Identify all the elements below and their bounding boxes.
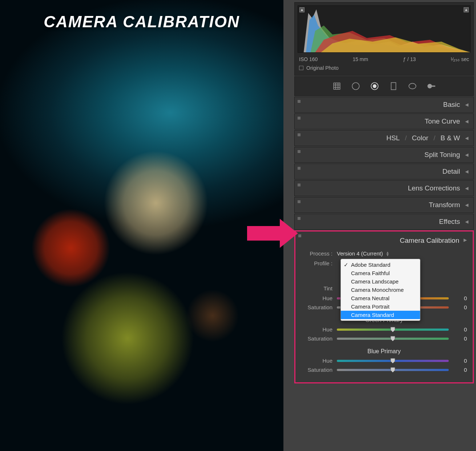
- slider-row: Saturation0: [301, 335, 467, 342]
- original-photo-label: Original Photo: [306, 65, 339, 71]
- slider-value[interactable]: 0: [449, 295, 467, 301]
- triangle-left-icon: ◀: [465, 169, 468, 174]
- profile-option[interactable]: Camera Faithful: [341, 269, 420, 277]
- triangle-left-icon: ◀: [465, 102, 468, 107]
- spot-removal-icon[interactable]: [350, 80, 362, 92]
- panel-detail[interactable]: Detail◀: [294, 164, 474, 180]
- triangle-left-icon: ◀: [465, 152, 468, 157]
- svg-point-10: [428, 84, 432, 88]
- shadow-clip-indicator[interactable]: [299, 7, 304, 12]
- panel-camera-calibration: Camera Calibration ◀ Process : Version 4…: [294, 230, 474, 383]
- panel-split-toning[interactable]: Split Toning◀: [294, 147, 474, 163]
- slider-label: Hue: [301, 326, 337, 333]
- slider-label: Saturation: [301, 367, 337, 373]
- panel-effects[interactable]: Effects◀: [294, 214, 474, 230]
- histogram[interactable]: [298, 5, 471, 53]
- process-row[interactable]: Process : Version 4 (Current)▲▼: [301, 250, 467, 257]
- process-value: Version 4 (Current): [337, 250, 383, 257]
- slider-track[interactable]: [337, 360, 449, 362]
- panel-switch[interactable]: [298, 234, 301, 237]
- triangle-left-icon: ◀: [465, 202, 468, 208]
- triangle-left-icon: ◀: [465, 219, 468, 224]
- exif-aperture: ƒ / 13: [403, 56, 416, 62]
- crop-tool-icon[interactable]: [331, 80, 343, 92]
- svg-point-5: [352, 82, 359, 90]
- slider-row: Hue0: [301, 326, 467, 333]
- profile-option[interactable]: Camera Landscape: [341, 277, 420, 286]
- slider-value[interactable]: 0: [449, 358, 467, 364]
- slider-thumb[interactable]: [390, 367, 395, 373]
- svg-point-9: [409, 83, 416, 89]
- exif-info: ISO 160 15 mm ƒ / 13 ¹⁄₂₅₀ sec: [298, 53, 471, 64]
- profile-option[interactable]: Adobe Standard: [341, 261, 420, 269]
- develop-side-panel: ISO 160 15 mm ƒ / 13 ¹⁄₂₅₀ sec Original …: [283, 0, 476, 451]
- arrow-callout: [247, 219, 298, 249]
- slider-value[interactable]: 0: [449, 304, 467, 310]
- section-header: Blue Primary: [301, 348, 467, 355]
- exif-shutter: ¹⁄₂₅₀ sec: [451, 56, 469, 62]
- slider-value[interactable]: 0: [449, 367, 467, 373]
- tool-strip: [294, 76, 474, 96]
- adjustment-brush-icon[interactable]: [425, 80, 437, 92]
- svg-rect-8: [391, 82, 396, 90]
- profile-row[interactable]: Profile : Adobe StandardCamera FaithfulC…: [301, 260, 467, 266]
- svg-rect-0: [334, 83, 340, 89]
- graduated-filter-icon[interactable]: [388, 80, 399, 92]
- triangle-left-icon: ◀: [465, 119, 468, 124]
- exif-focal: 15 mm: [352, 56, 368, 62]
- photo-preview: CAMERA CALIBRATION: [0, 0, 283, 451]
- profile-dropdown[interactable]: Adobe StandardCamera FaithfulCamera Land…: [340, 259, 420, 321]
- title-overlay: CAMERA CALIBRATION: [0, 13, 283, 31]
- radial-filter-icon[interactable]: [407, 80, 418, 92]
- slider-thumb[interactable]: [390, 336, 395, 342]
- camera-calibration-header[interactable]: Camera Calibration ◀: [301, 237, 467, 245]
- slider-row: Hue0: [301, 358, 467, 364]
- panel-basic[interactable]: Basic◀: [294, 97, 474, 113]
- slider-track[interactable]: [337, 338, 449, 340]
- slider-track[interactable]: [337, 329, 449, 331]
- slider-label: Saturation: [301, 335, 337, 342]
- slider-label: Hue: [301, 295, 337, 301]
- slider-thumb[interactable]: [390, 358, 395, 364]
- highlight-clip-indicator[interactable]: [464, 7, 469, 12]
- slider-track[interactable]: [337, 369, 449, 371]
- original-photo-row[interactable]: Original Photo: [298, 64, 471, 72]
- histogram-panel: ISO 160 15 mm ƒ / 13 ¹⁄₂₅₀ sec Original …: [294, 2, 474, 76]
- exif-iso: ISO 160: [299, 56, 318, 62]
- profile-option[interactable]: Camera Standard: [341, 311, 420, 319]
- triangle-down-icon: ◀: [464, 238, 467, 243]
- panel-tone-curve[interactable]: Tone Curve◀: [294, 113, 474, 129]
- profile-option[interactable]: Camera Neutral: [341, 294, 420, 302]
- panel-hsl-color-bw[interactable]: HSL/Color/B & W◀: [294, 130, 474, 146]
- redeye-tool-icon[interactable]: [369, 80, 380, 92]
- slider-thumb[interactable]: [390, 327, 395, 333]
- original-photo-checkbox[interactable]: [299, 66, 303, 70]
- profile-option[interactable]: Camera Monochrome: [341, 286, 420, 294]
- updown-icon: ▲▼: [386, 251, 390, 256]
- triangle-left-icon: ◀: [465, 186, 468, 191]
- triangle-left-icon: ◀: [465, 136, 468, 141]
- profile-option[interactable]: Camera Portrait: [341, 302, 420, 311]
- svg-point-7: [373, 85, 376, 88]
- slider-value[interactable]: 0: [449, 326, 467, 333]
- panel-transform[interactable]: Transform◀: [294, 197, 474, 213]
- slider-label: Saturation: [301, 304, 337, 310]
- panel-lens-corrections[interactable]: Lens Corrections◀: [294, 180, 474, 196]
- slider-row: Saturation0: [301, 367, 467, 373]
- slider-value[interactable]: 0: [449, 335, 467, 342]
- slider-label: Hue: [301, 358, 337, 364]
